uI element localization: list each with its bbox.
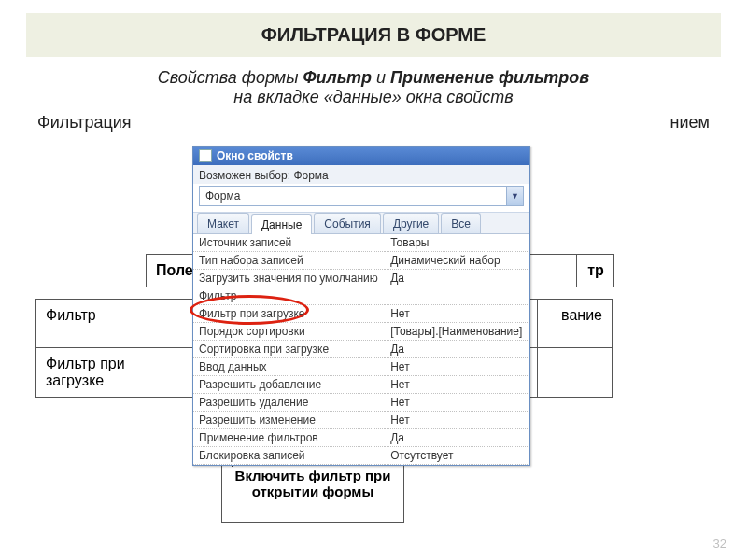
property-name: Разрешить изменение bbox=[193, 412, 385, 429]
window-title-text: Окно свойств bbox=[217, 149, 293, 162]
tab-events[interactable]: События bbox=[314, 213, 381, 233]
property-value[interactable]: Товары bbox=[385, 234, 529, 252]
chevron-down-icon[interactable]: ▼ bbox=[506, 187, 523, 205]
property-name: Применение фильтров bbox=[193, 429, 385, 447]
property-row[interactable]: Разрешить добавлениеНет bbox=[193, 376, 529, 394]
property-row[interactable]: Применение фильтровДа bbox=[193, 429, 529, 447]
tab-data[interactable]: Данные bbox=[251, 214, 312, 234]
properties-window: Окно свойств Возможен выбор: Форма Форма… bbox=[192, 146, 530, 466]
property-value[interactable]: Нет bbox=[385, 412, 529, 429]
combo-value: Форма bbox=[200, 189, 506, 203]
tab-all[interactable]: Все bbox=[441, 213, 481, 233]
property-value[interactable]: Да bbox=[385, 270, 529, 287]
property-row[interactable]: Фильтр bbox=[193, 287, 529, 305]
property-value[interactable]: Нет bbox=[385, 394, 529, 412]
object-selector-combo[interactable]: Форма ▼ bbox=[199, 186, 524, 206]
property-name: Порядок сортировки bbox=[193, 323, 385, 341]
property-name: Фильтр при загрузке bbox=[193, 305, 385, 323]
selection-type-label: Возможен выбор: Форма bbox=[193, 165, 529, 184]
window-titlebar[interactable]: Окно свойств bbox=[193, 147, 529, 165]
property-row[interactable]: Тип набора записейДинамический набор bbox=[193, 252, 529, 270]
property-value[interactable]: Динамический набор bbox=[385, 252, 529, 270]
property-value[interactable]: Отсутствует bbox=[385, 447, 529, 465]
lead-text-right: нием bbox=[670, 113, 710, 133]
property-name: Сортировка при загрузке bbox=[193, 341, 385, 358]
property-name: Тип набора записей bbox=[193, 252, 385, 270]
property-row[interactable]: Блокировка записейОтсутствует bbox=[193, 447, 529, 465]
tab-layout[interactable]: Макет bbox=[197, 213, 249, 233]
intro-line1: Свойства формы Фильтр и Применение фильт… bbox=[0, 63, 747, 88]
property-name: Блокировка записей bbox=[193, 447, 385, 465]
property-tabs: Макет Данные События Другие Все bbox=[193, 212, 529, 234]
intro-line2: на вкладке «данные» окна свойств bbox=[0, 88, 747, 107]
tab-other[interactable]: Другие bbox=[383, 213, 439, 233]
slide-title: ФИЛЬТРАЦИЯ В ФОРМЕ bbox=[26, 13, 721, 57]
property-value[interactable]: Нет bbox=[385, 358, 529, 376]
window-icon bbox=[199, 149, 212, 162]
property-name: Фильтр bbox=[193, 287, 385, 305]
property-name: Разрешить удаление bbox=[193, 394, 385, 412]
property-value[interactable]: Да bbox=[385, 429, 529, 447]
property-row[interactable]: Разрешить удалениеНет bbox=[193, 394, 529, 412]
property-row[interactable]: Порядок сортировки[Товары].[Наименование… bbox=[193, 323, 529, 341]
property-row[interactable]: Сортировка при загрузкеДа bbox=[193, 341, 529, 358]
property-name: Загрузить значения по умолчанию bbox=[193, 270, 385, 287]
property-name: Ввод данных bbox=[193, 358, 385, 376]
property-name: Источник записей bbox=[193, 234, 385, 252]
property-value[interactable]: Нет bbox=[385, 305, 529, 323]
property-row[interactable]: Ввод данныхНет bbox=[193, 358, 529, 376]
property-value[interactable]: Нет bbox=[385, 376, 529, 394]
property-row[interactable]: Загрузить значения по умолчаниюДа bbox=[193, 270, 529, 287]
property-row[interactable]: Разрешить изменениеНет bbox=[193, 412, 529, 429]
page-number: 32 bbox=[713, 537, 726, 551]
property-grid: Источник записейТоварыТип набора записей… bbox=[193, 234, 529, 465]
annotation-callout: Включить фильтр при открытии формы bbox=[221, 465, 404, 523]
property-name: Разрешить добавление bbox=[193, 376, 385, 394]
property-value[interactable]: Да bbox=[385, 341, 529, 358]
property-row[interactable]: Фильтр при загрузкеНет bbox=[193, 305, 529, 323]
property-value[interactable] bbox=[385, 287, 529, 305]
lead-text-left: Фильтрация bbox=[37, 113, 132, 133]
property-value[interactable]: [Товары].[Наименование] bbox=[385, 323, 529, 341]
property-row[interactable]: Источник записейТовары bbox=[193, 234, 529, 252]
